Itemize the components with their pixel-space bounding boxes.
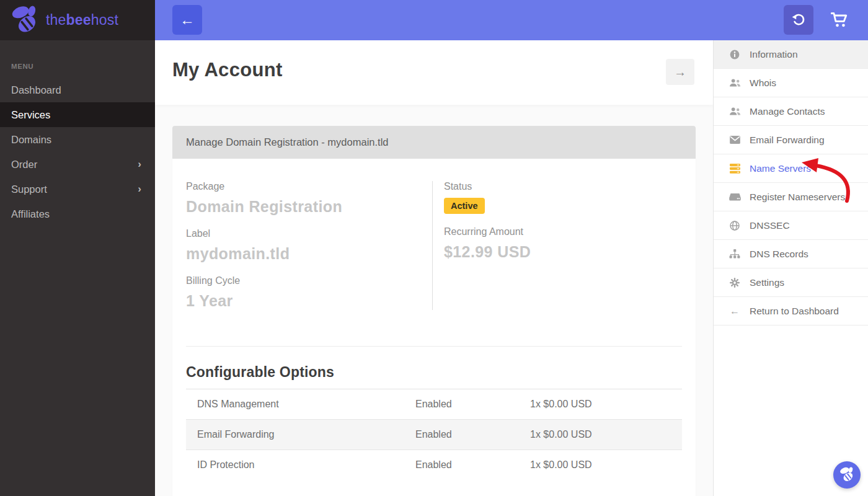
- bee-icon: [838, 466, 856, 484]
- main-content: My Account → Manage Domain Registration …: [155, 40, 713, 496]
- label-value: mydomain.tld: [186, 245, 432, 263]
- collapse-panel-button[interactable]: →: [666, 59, 694, 85]
- arrow-right-icon: →: [674, 65, 686, 79]
- globe-icon: [728, 221, 741, 231]
- recurring-amount-label: Recurring Amount: [444, 226, 682, 237]
- option-price: 1x $0.00 USD: [530, 459, 671, 471]
- panel-item-register-nameservers[interactable]: Register Nameservers: [714, 183, 868, 211]
- panel-item-dns-records[interactable]: DNS Records: [714, 240, 868, 268]
- option-status: Enabled: [415, 399, 530, 410]
- content-area: Manage Domain Registration - mydomain.tl…: [155, 105, 713, 496]
- domain-actions-panel: Information Whois Manage Contacts Email …: [713, 40, 868, 496]
- panel-item-information[interactable]: Information: [714, 40, 868, 69]
- panel-item-manage-contacts[interactable]: Manage Contacts: [714, 97, 868, 126]
- table-row: DNS Management Enabled 1x $0.00 USD: [186, 389, 682, 420]
- server-list-icon: [728, 164, 741, 174]
- configurable-options-title: Configurable Options: [186, 364, 682, 381]
- page-title: My Account: [155, 40, 713, 81]
- sitemap-icon: [728, 249, 741, 259]
- menu-section-label: MENU: [11, 63, 155, 70]
- option-status: Enabled: [415, 429, 530, 440]
- sidebar-item-dashboard[interactable]: Dashboard: [0, 78, 155, 102]
- info-icon: [728, 50, 741, 60]
- undo-icon: [791, 12, 806, 29]
- table-row: Email Forwarding Enabled 1x $0.00 USD: [186, 420, 682, 450]
- chevron-right-icon: ›: [138, 158, 141, 170]
- topbar: ←: [155, 0, 868, 40]
- panel-item-name-servers[interactable]: Name Servers: [714, 154, 868, 183]
- status-badge: Active: [444, 198, 485, 214]
- billing-cycle-value: 1 Year: [186, 292, 432, 310]
- status-label: Status: [444, 181, 682, 192]
- bee-logo-icon: [9, 4, 41, 37]
- package-value: Domain Registration: [186, 198, 432, 216]
- option-price: 1x $0.00 USD: [530, 429, 671, 440]
- panel-item-settings[interactable]: Settings: [714, 268, 868, 297]
- panel-item-email-forwarding[interactable]: Email Forwarding: [714, 126, 868, 154]
- section-divider: [186, 346, 682, 347]
- details-left-column: Package Domain Registration Label mydoma…: [186, 181, 432, 310]
- sidebar-item-affiliates[interactable]: Affiliates: [0, 202, 155, 226]
- package-label: Package: [186, 181, 432, 192]
- panel-item-dnssec[interactable]: DNSSEC: [714, 211, 868, 240]
- cart-button[interactable]: [828, 9, 851, 32]
- back-button[interactable]: ←: [172, 5, 202, 35]
- option-name: Email Forwarding: [197, 429, 415, 440]
- arrow-left-icon: ←: [180, 11, 195, 29]
- option-price: 1x $0.00 USD: [530, 399, 671, 410]
- support-widget-button[interactable]: [833, 461, 861, 489]
- gear-icon: [728, 278, 741, 288]
- option-name: DNS Management: [197, 399, 415, 410]
- recurring-amount-value: $12.99 USD: [444, 243, 682, 261]
- panel-item-whois[interactable]: Whois: [714, 69, 868, 97]
- table-row: ID Protection Enabled 1x $0.00 USD: [186, 450, 682, 480]
- left-sidebar: thebeehost MENU Dashboard Services Domai…: [0, 0, 155, 496]
- undo-button[interactable]: [784, 5, 813, 35]
- details-right-column: Status Active Recurring Amount $12.99 US…: [432, 181, 682, 310]
- cart-icon: [831, 12, 848, 30]
- page-header: My Account →: [155, 40, 713, 105]
- option-name: ID Protection: [197, 459, 415, 471]
- brand-name: thebeehost: [46, 12, 118, 29]
- card-header: Manage Domain Registration - mydomain.tl…: [172, 126, 696, 159]
- sidebar-item-order[interactable]: Order ›: [0, 152, 155, 177]
- users-icon: [728, 107, 741, 116]
- domain-card: Manage Domain Registration - mydomain.tl…: [172, 126, 696, 496]
- option-status: Enabled: [415, 459, 530, 471]
- billing-cycle-label: Billing Cycle: [186, 275, 432, 286]
- panel-item-return-to-dashboard[interactable]: ← Return to Dashboard: [714, 297, 868, 326]
- card-body: Package Domain Registration Label mydoma…: [172, 159, 696, 492]
- sidebar-item-domains[interactable]: Domains: [0, 127, 155, 152]
- options-table: DNS Management Enabled 1x $0.00 USD Emai…: [186, 389, 682, 480]
- arrow-left-icon: ←: [728, 306, 741, 317]
- server-icon: [728, 193, 741, 201]
- users-icon: [728, 78, 741, 87]
- label-label: Label: [186, 228, 432, 239]
- sidebar-item-services[interactable]: Services: [0, 102, 155, 127]
- chevron-right-icon: ›: [138, 183, 141, 195]
- domain-details: Package Domain Registration Label mydoma…: [186, 159, 682, 346]
- logo[interactable]: thebeehost: [0, 0, 155, 40]
- envelope-icon: [728, 136, 741, 144]
- sidebar-item-support[interactable]: Support ›: [0, 177, 155, 202]
